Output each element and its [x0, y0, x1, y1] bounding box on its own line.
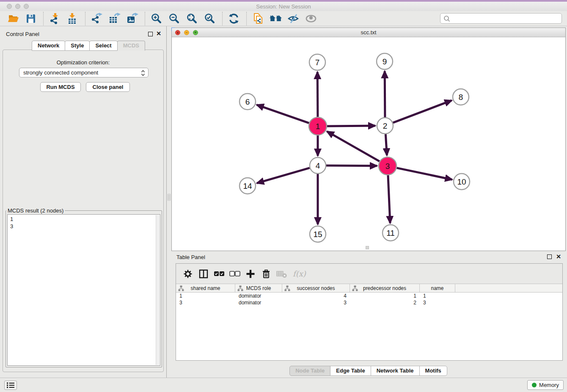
close-table-panel-icon[interactable]: ✕	[556, 254, 561, 259]
close-panel-icon[interactable]: ✕	[156, 30, 161, 36]
import-network-button[interactable]	[48, 12, 62, 25]
graph-node-10[interactable]: 10	[454, 174, 470, 190]
column-header-predecessor-nodes[interactable]: predecessor nodes	[350, 284, 420, 292]
cell-predecessor-nodes[interactable]: 1	[350, 293, 420, 299]
graph-node-11[interactable]: 11	[383, 225, 399, 241]
column-header-name[interactable]: name	[420, 284, 455, 292]
zoom-in-button[interactable]	[149, 12, 164, 25]
task-history-button[interactable]	[4, 381, 17, 390]
graph-edge-1-7[interactable]	[317, 72, 318, 117]
graph-node-8[interactable]: 8	[453, 89, 469, 105]
show-all-button[interactable]	[304, 12, 319, 25]
open-session-button[interactable]	[6, 12, 20, 25]
graph-node-6[interactable]: 6	[239, 94, 256, 110]
cell-mcds-role[interactable]: dominator	[235, 300, 282, 306]
graph-node-1[interactable]: 1	[309, 117, 327, 135]
tab-motifs[interactable]: Motifs	[419, 366, 447, 376]
graph-edge-4-14[interactable]	[257, 168, 310, 183]
cell-shared-name[interactable]: 1	[176, 293, 235, 299]
graph-node-14[interactable]: 14	[239, 178, 256, 194]
memory-status-icon	[532, 383, 537, 387]
float-table-panel-icon[interactable]	[547, 254, 552, 259]
eye-slash-icon	[288, 13, 300, 24]
show-columns-button[interactable]	[197, 268, 210, 280]
zoom-fit-button[interactable]	[185, 12, 199, 25]
svg-text:11: 11	[386, 229, 395, 237]
criterion-select[interactable]: strongly connected component	[19, 68, 149, 77]
select-all-button[interactable]	[213, 268, 226, 280]
cell-name[interactable]: 3	[420, 300, 455, 306]
zoom-selected-button[interactable]	[203, 12, 217, 25]
cell-name[interactable]: 1	[420, 293, 455, 299]
graph-edge-1-6[interactable]	[257, 105, 309, 123]
cell-successor-nodes[interactable]: 3	[282, 300, 350, 306]
mcds-result-area[interactable]: 1 3	[7, 214, 160, 366]
table-settings-button[interactable]	[182, 268, 194, 280]
graph-node-3[interactable]: 3	[379, 157, 396, 175]
tab-edge-table[interactable]: Edge Table	[330, 366, 371, 376]
graph-edge-3-1[interactable]	[327, 131, 380, 161]
search-input[interactable]	[440, 13, 562, 24]
checked-boxes-icon	[214, 271, 225, 277]
delete-table-button[interactable]	[275, 268, 288, 280]
tree-hierarchy-icon	[237, 285, 243, 291]
tab-mcds[interactable]: MCDS	[117, 41, 145, 51]
tab-select[interactable]: Select	[89, 41, 117, 51]
graph-edge-2-3[interactable]	[385, 134, 387, 155]
export-image-button[interactable]	[125, 12, 140, 25]
export-table-button[interactable]	[107, 12, 122, 25]
graph-edge-3-11[interactable]	[388, 175, 390, 223]
deselect-all-button[interactable]	[228, 268, 241, 280]
run-mcds-button[interactable]: Run MCDS	[40, 82, 81, 92]
graph-edge-2-8[interactable]	[393, 100, 452, 123]
duplicate-network-button[interactable]	[251, 12, 265, 25]
add-row-button[interactable]	[244, 268, 257, 280]
delete-row-button[interactable]	[260, 268, 272, 280]
cell-predecessor-nodes[interactable]: 2	[350, 300, 420, 306]
graph-edge-2-9[interactable]	[385, 71, 385, 117]
graph-edge-3-10[interactable]	[397, 168, 452, 180]
table-row[interactable]: 3 dominator 3 2 3	[176, 299, 562, 306]
graph-node-15[interactable]: 15	[310, 226, 326, 242]
cell-shared-name[interactable]: 3	[176, 300, 235, 306]
import-table-button[interactable]	[66, 12, 80, 25]
function-builder-button[interactable]: f(x)	[293, 269, 306, 278]
refresh-button[interactable]	[227, 12, 241, 25]
result-scrollbar[interactable]	[156, 215, 160, 365]
tab-network-table[interactable]: Network Table	[371, 366, 420, 376]
network-frame-titlebar[interactable]: x − + scc.txt	[172, 28, 565, 37]
column-header-shared-name[interactable]: shared name	[176, 284, 235, 292]
svg-text:1: 1	[316, 122, 320, 131]
node-table-container: f(x) shared name	[176, 263, 563, 361]
cell-successor-nodes[interactable]: 4	[282, 293, 350, 299]
panel-splitter-handle[interactable]	[168, 194, 171, 201]
float-panel-icon[interactable]	[148, 32, 153, 36]
graph-node-7[interactable]: 7	[309, 54, 325, 70]
graph-node-2[interactable]: 2	[377, 118, 393, 134]
memory-button[interactable]: Memory	[527, 380, 564, 390]
svg-text:6: 6	[245, 97, 250, 106]
graph-edge-1-2[interactable]	[327, 126, 375, 126]
graph-node-4[interactable]: 4	[310, 157, 326, 174]
tab-network[interactable]: Network	[32, 41, 65, 51]
column-header-mcds-role[interactable]: MCDS role	[235, 284, 282, 292]
table-row[interactable]: 1 dominator 4 1 1	[176, 293, 562, 299]
export-network-button[interactable]	[90, 12, 104, 25]
network-title: scc.txt	[172, 29, 565, 36]
canvas-resize-grip[interactable]	[366, 246, 369, 249]
column-header-successor-nodes[interactable]: successor nodes	[282, 284, 350, 292]
zoom-out-button[interactable]	[167, 12, 182, 25]
tab-node-table[interactable]: Node Table	[289, 366, 330, 376]
tab-style[interactable]: Style	[65, 41, 90, 51]
cell-mcds-role[interactable]: dominator	[235, 293, 282, 299]
status-bar: Memory	[0, 378, 567, 392]
graph-node-9[interactable]: 9	[377, 53, 393, 69]
save-session-button[interactable]	[24, 12, 38, 25]
list-icon	[6, 382, 15, 389]
toolbar-separator	[145, 12, 145, 25]
graph-edge-4-3[interactable]	[326, 166, 377, 166]
network-canvas[interactable]: 1234678910111415	[172, 37, 565, 251]
close-panel-button[interactable]: Close panel	[86, 82, 130, 92]
hide-selected-button[interactable]	[286, 12, 301, 25]
first-neighbors-button[interactable]	[269, 12, 283, 25]
